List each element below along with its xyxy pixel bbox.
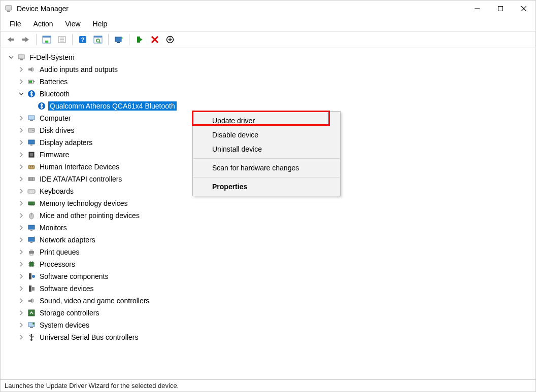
chevron-right-icon[interactable] <box>18 273 25 280</box>
svg-rect-10 <box>45 41 48 43</box>
tree-category-label: Storage controllers <box>38 308 101 317</box>
chevron-right-icon[interactable] <box>18 261 25 268</box>
context-menu-item[interactable]: Scan for hardware changes <box>193 161 340 175</box>
chevron-right-icon[interactable] <box>18 78 25 85</box>
close-button[interactable] <box>512 1 535 17</box>
svg-rect-59 <box>32 205 32 206</box>
context-menu-item[interactable]: Update driver <box>193 114 340 128</box>
context-menu-item[interactable]: Disable device <box>193 128 340 142</box>
menu-view[interactable]: View <box>60 18 85 30</box>
tree-category[interactable]: System devices <box>18 319 535 331</box>
chevron-down-icon[interactable] <box>8 54 15 61</box>
menu-action[interactable]: Action <box>28 18 58 30</box>
chevron-down-icon[interactable] <box>18 90 25 97</box>
svg-point-90 <box>30 339 32 341</box>
sound-icon <box>27 296 36 305</box>
svg-rect-36 <box>30 120 33 121</box>
minimize-button[interactable] <box>465 1 489 17</box>
enable-device-button[interactable] <box>132 33 147 46</box>
maximize-button[interactable] <box>489 1 512 17</box>
svg-rect-58 <box>31 205 31 206</box>
chevron-right-icon[interactable] <box>18 127 25 134</box>
svg-rect-52 <box>30 191 31 191</box>
chevron-right-icon[interactable] <box>18 248 25 256</box>
chevron-right-icon[interactable] <box>18 200 25 207</box>
menu-help[interactable]: Help <box>88 18 113 30</box>
disable-device-button[interactable] <box>148 33 162 46</box>
forward-button[interactable] <box>19 33 33 46</box>
svg-rect-31 <box>34 81 35 82</box>
svg-rect-1 <box>7 11 10 12</box>
tree-category[interactable]: Print queues <box>18 246 535 258</box>
memory-icon <box>27 199 36 208</box>
svg-rect-53 <box>32 191 33 191</box>
tree-root[interactable]: F-Dell-System <box>8 51 535 63</box>
svg-point-38 <box>32 130 34 131</box>
uninstall-device-button[interactable] <box>163 33 177 46</box>
svg-rect-40 <box>30 145 32 146</box>
tree-category[interactable]: Batteries <box>18 76 535 88</box>
tree-category[interactable]: Software components <box>18 270 535 282</box>
svg-rect-37 <box>28 128 35 132</box>
update-driver-button[interactable] <box>112 33 126 46</box>
tree-category[interactable]: Software devices <box>18 282 535 295</box>
chevron-right-icon[interactable] <box>18 297 25 304</box>
toolbar: ? <box>1 31 535 48</box>
svg-text:?: ? <box>81 37 85 43</box>
svg-rect-6 <box>11 39 14 41</box>
svg-rect-7 <box>22 39 25 41</box>
swcomp-icon <box>27 272 36 281</box>
svg-rect-22 <box>117 42 120 43</box>
scan-hardware-button[interactable] <box>91 33 105 46</box>
svg-rect-27 <box>18 55 24 59</box>
context-menu-item[interactable]: Properties <box>193 180 340 194</box>
help-button[interactable]: ? <box>76 33 90 46</box>
chevron-right-icon[interactable] <box>18 309 25 316</box>
tree-category-label: Software devices <box>38 284 95 293</box>
device-tree[interactable]: F-Dell-System Audio inputs and outputsBa… <box>1 48 535 379</box>
context-menu-item[interactable]: Uninstall device <box>193 142 340 156</box>
tree-category[interactable]: Network adapters <box>18 234 535 246</box>
tree-category[interactable]: Sound, video and game controllers <box>18 295 535 307</box>
chevron-right-icon[interactable] <box>18 139 25 146</box>
chevron-right-icon[interactable] <box>18 285 25 292</box>
statusbar: Launches the Update Driver Wizard for th… <box>1 379 535 391</box>
tree-category[interactable]: Processors <box>18 258 535 270</box>
tree-category[interactable]: Monitors <box>18 222 535 234</box>
usb-icon <box>27 333 36 342</box>
tree-category[interactable]: Universal Serial Bus controllers <box>18 331 535 343</box>
bluetooth-icon <box>27 89 36 98</box>
chevron-right-icon[interactable] <box>18 115 25 122</box>
tree-category[interactable]: Mice and other pointing devices <box>18 209 535 222</box>
chevron-right-icon[interactable] <box>18 163 25 170</box>
svg-rect-50 <box>28 190 35 193</box>
chevron-right-icon[interactable] <box>18 66 25 73</box>
tree-category[interactable]: Audio inputs and outputs <box>18 63 535 76</box>
back-button[interactable] <box>4 33 18 46</box>
svg-point-89 <box>31 334 32 336</box>
chevron-right-icon[interactable] <box>18 212 25 219</box>
network-icon <box>27 235 36 244</box>
storage-icon <box>27 308 36 317</box>
svg-point-45 <box>32 166 33 167</box>
tree-category[interactable]: Bluetooth <box>18 88 535 100</box>
menu-file[interactable]: File <box>5 18 26 30</box>
chevron-right-icon[interactable] <box>18 322 25 329</box>
show-hide-console-tree-button[interactable] <box>40 33 54 46</box>
tree-category[interactable]: Memory technology devices <box>18 197 535 209</box>
chevron-right-icon[interactable] <box>18 334 25 341</box>
svg-rect-57 <box>30 205 30 206</box>
chevron-right-icon[interactable] <box>18 236 25 243</box>
printer-icon <box>27 247 36 257</box>
disk-icon <box>27 126 36 135</box>
tree-category[interactable]: Storage controllers <box>18 307 535 319</box>
tree-category-label: Network adapters <box>38 235 97 244</box>
chevron-right-icon[interactable] <box>18 188 25 195</box>
tree-device[interactable]: Qualcomm Atheros QCA61x4 Bluetooth <box>28 100 535 112</box>
chevron-right-icon[interactable] <box>18 175 25 183</box>
chevron-right-icon[interactable] <box>18 151 25 158</box>
svg-rect-83 <box>28 300 30 302</box>
chevron-right-icon[interactable] <box>18 224 25 231</box>
properties-button[interactable] <box>55 33 69 46</box>
svg-rect-92 <box>32 336 34 337</box>
